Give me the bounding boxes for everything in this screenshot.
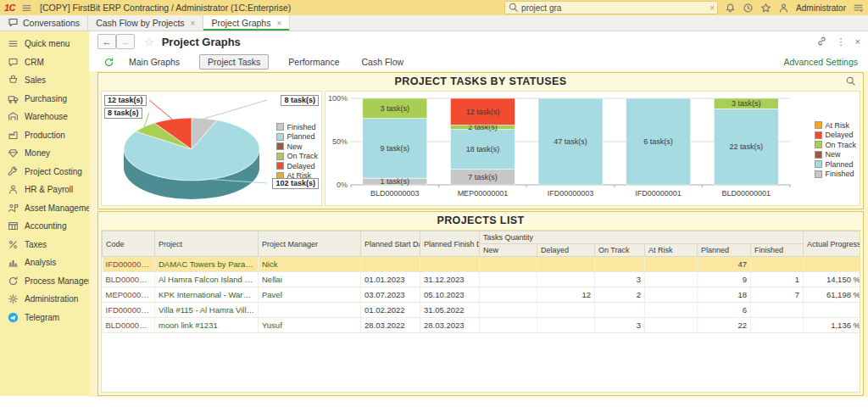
view-tab-main-graphs[interactable]: Main Graphs <box>126 55 182 69</box>
table-row[interactable]: IFD00000003DAMAC Towers by Paramount H..… <box>103 257 861 272</box>
advanced-settings-link[interactable]: Advanced Settings <box>783 57 858 67</box>
charts-panel-title: PROJECT TASKS BY STATUSES <box>98 73 863 90</box>
forward-button[interactable]: → <box>116 34 135 49</box>
svg-text:18 task(s): 18 task(s) <box>466 145 500 153</box>
cell-finish: 28.03.2023 <box>420 318 480 333</box>
form-header: ← → ☆ Project Graphs ⋮ × <box>89 31 868 53</box>
svg-text:BLD00000001: BLD00000001 <box>721 189 771 198</box>
current-user[interactable]: Administrator <box>796 3 846 13</box>
legend-item: Finished <box>276 122 318 132</box>
legend-swatch <box>276 133 284 141</box>
legend-label: Delayed <box>825 131 853 139</box>
main-menu-icon[interactable] <box>21 3 32 14</box>
sub-column-header[interactable]: Finished <box>751 244 804 257</box>
legend-swatch <box>815 170 822 178</box>
legend-item: On Track <box>276 152 318 162</box>
column-header[interactable]: Project Manager <box>259 231 361 257</box>
view-tab-performance[interactable]: Performance <box>286 55 342 69</box>
menu-icon <box>7 38 19 49</box>
sidebar-item-analysis[interactable]: Analysis <box>0 254 89 272</box>
sidebar-item-project-costing[interactable]: Project Costing <box>0 163 89 181</box>
sub-column-header[interactable]: Delayed <box>537 244 595 257</box>
window-tab-project-graphs[interactable]: Project Graphs× <box>203 15 290 31</box>
view-tabs: Main GraphsProject TasksPerformanceCash … <box>126 54 406 70</box>
sidebar-item-warehouse[interactable]: Warehouse <box>0 108 89 126</box>
svg-text:IFD00000003: IFD00000003 <box>548 189 594 198</box>
sub-column-header[interactable]: On Track <box>595 244 645 257</box>
cell-finished <box>751 303 804 318</box>
cell-start: 01.01.2023 <box>361 272 420 287</box>
sub-column-header[interactable]: At Risk <box>645 244 698 257</box>
cell-at_risk <box>645 303 698 318</box>
sub-column-header[interactable]: New <box>480 244 537 257</box>
history-icon[interactable] <box>743 3 754 14</box>
truck-icon <box>7 93 19 104</box>
sidebar-item-administration[interactable]: Administration <box>0 290 89 309</box>
cell-finish: 31.12.2023 <box>420 272 480 287</box>
service-menu-icon[interactable] <box>853 3 864 14</box>
sidebar-item-sales[interactable]: Sales <box>0 71 89 90</box>
sidebar-item-crm[interactable]: CRM <box>0 53 89 72</box>
global-search-input[interactable] <box>521 3 707 13</box>
svg-text:IFD00000001: IFD00000001 <box>635 189 682 198</box>
get-link-icon[interactable] <box>816 36 827 48</box>
notifications-bell-icon[interactable] <box>725 3 736 14</box>
column-header[interactable]: Planned Finish Date <box>420 231 480 257</box>
sub-column-header[interactable]: Planned <box>698 244 751 257</box>
legend-item: On Track <box>815 140 856 150</box>
sidebar-item-hr-payroll[interactable]: HR & Payroll <box>0 181 89 199</box>
table-row[interactable]: BLD00000001moon link #1231Yusuf28.03.202… <box>103 318 861 333</box>
column-header[interactable]: Code <box>103 231 155 257</box>
more-actions-icon[interactable]: ⋮ <box>837 36 846 47</box>
sidebar-item-label: Taxes <box>25 240 47 249</box>
sidebar-item-telegram[interactable]: Telegram <box>0 309 89 327</box>
column-header-actual-progress[interactable]: Actual Progress <box>804 231 860 257</box>
sidebar-item-accounting[interactable]: Accounting <box>0 217 89 236</box>
cell-delayed: 12 <box>537 287 595 303</box>
column-header[interactable]: Project <box>155 231 259 257</box>
column-header-tasks-quantity[interactable]: Tasks Quantity <box>480 231 804 244</box>
table-row[interactable]: BLD00000003Al Hamra Falcon Island - Al H… <box>103 272 861 287</box>
table-row[interactable]: IFD00000001Villa #115 - Al Hamra Village… <box>103 303 861 318</box>
column-header[interactable]: Planned Start Date <box>361 231 420 257</box>
window-tab-conversations[interactable]: Conversations <box>0 15 88 31</box>
factory-icon <box>7 130 19 141</box>
projects-panel: PROJECTS LIST CodeProjectProject Manager… <box>97 211 864 396</box>
sidebar-item-taxes[interactable]: Taxes <box>0 236 89 254</box>
charts-panel-title-text: PROJECT TASKS BY STATUSES <box>395 75 567 87</box>
refresh-icon[interactable] <box>103 57 114 68</box>
back-button[interactable]: ← <box>97 34 116 49</box>
legend-label: Delayed <box>287 162 314 170</box>
legend-item: Planned <box>815 159 856 170</box>
tab-close-icon[interactable]: × <box>276 19 281 28</box>
favorite-star-icon[interactable]: ☆ <box>144 36 154 48</box>
search-clear-icon[interactable]: × <box>709 3 715 13</box>
cell-finished: 1 <box>751 272 804 287</box>
projects-panel-title: PROJECTS LIST <box>98 212 863 229</box>
sidebar-item-purchasing[interactable]: Purchasing <box>0 90 89 109</box>
cell-manager: Pavel <box>259 287 361 303</box>
cell-on_track: 3 <box>595 318 645 333</box>
form-body: PROJECT TASKS BY STATUSES FinishedPlanne… <box>89 71 868 397</box>
user-icon[interactable] <box>778 3 789 14</box>
legend-swatch <box>276 153 284 160</box>
chart-zoom-icon[interactable] <box>845 75 856 89</box>
close-form-icon[interactable]: × <box>855 36 860 47</box>
tab-close-icon[interactable]: × <box>191 19 196 28</box>
app-window: 1C [COPY] FirstBit ERP Contracting / Adm… <box>0 0 868 407</box>
legend-swatch <box>276 123 284 131</box>
cell-project: moon link #1231 <box>155 318 259 333</box>
table-row[interactable]: MEP00000001KPK International - Warehouse… <box>103 287 861 303</box>
tab-label: Project Graphs <box>211 18 270 28</box>
favorites-star-icon[interactable] <box>760 3 771 14</box>
projects-table-wrap: CodeProjectProject ManagerPlanned Start … <box>101 230 860 393</box>
window-tab-cash-flow-by-projects[interactable]: Cash Flow by Projects× <box>88 15 203 31</box>
sidebar-item-quick-menu[interactable]: Quick menu <box>0 35 89 53</box>
cell-at_risk <box>645 318 698 333</box>
sidebar-item-money[interactable]: Money <box>0 144 89 163</box>
sidebar-item-production[interactable]: Production <box>0 126 89 145</box>
sidebar-item-asset-management[interactable]: Asset Management <box>0 199 89 218</box>
sidebar-item-process-management[interactable]: Process Management <box>0 272 89 291</box>
view-tab-cash-flow[interactable]: Cash Flow <box>359 55 406 69</box>
view-tab-project-tasks[interactable]: Project Tasks <box>199 54 269 70</box>
